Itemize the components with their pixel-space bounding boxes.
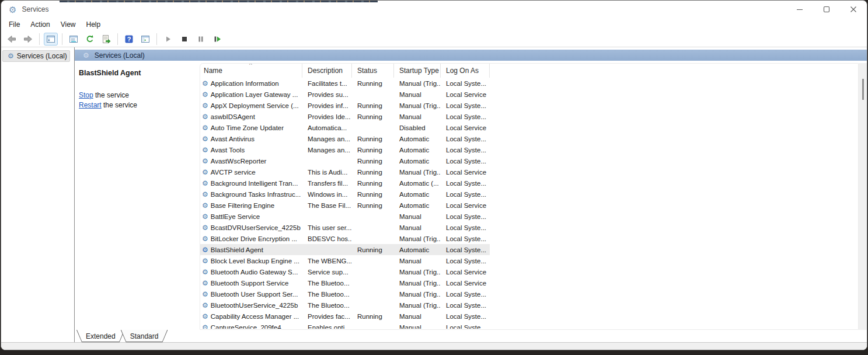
- service-description: The Bluetoo...: [302, 288, 352, 300]
- menu-help[interactable]: Help: [81, 19, 106, 30]
- service-description: [302, 211, 352, 222]
- back-icon[interactable]: [5, 33, 19, 46]
- show-action-pane-icon[interactable]: [138, 33, 152, 46]
- scrollbar-thumb[interactable]: [862, 79, 864, 100]
- service-log-on-as: Local Syste...: [441, 288, 490, 300]
- service-row[interactable]: Bluetooth Audio Gateway S... Service sup…: [200, 266, 490, 277]
- service-row[interactable]: Block Level Backup Engine ... The WBENG.…: [200, 255, 490, 266]
- menu-file[interactable]: File: [4, 19, 25, 30]
- service-startup-type: Manual: [394, 255, 441, 266]
- column-header-startup-type[interactable]: Startup Type: [394, 64, 441, 78]
- service-status: [352, 255, 394, 266]
- restart-link[interactable]: Restart: [79, 101, 102, 109]
- vertical-scrollbar[interactable]: [859, 63, 867, 330]
- restart-service-icon[interactable]: [210, 33, 224, 46]
- service-row[interactable]: aswbIDSAgent Provides Ide... Running Man…: [200, 111, 490, 122]
- service-status: Running: [352, 155, 394, 166]
- service-row[interactable]: Application Information Facilitates t...…: [200, 78, 490, 89]
- service-row[interactable]: AvastWscReporter Running Automatic Local…: [200, 155, 490, 166]
- services-local-header: Services (Local): [75, 50, 867, 61]
- properties-icon[interactable]: [67, 33, 81, 46]
- service-row[interactable]: Avast Antivirus Manages an... Running Au…: [200, 133, 490, 144]
- service-startup-type: Manual (Trig...: [394, 300, 441, 311]
- service-row[interactable]: BluetoothUserService_4225b The Bluetoo..…: [200, 300, 490, 311]
- service-gear-icon: [202, 158, 208, 165]
- service-name: Application Information: [211, 80, 279, 87]
- column-header-log-on-as[interactable]: Log On As: [441, 64, 490, 78]
- service-gear-icon: [202, 246, 208, 253]
- service-gear-icon: [202, 147, 208, 154]
- service-row[interactable]: Bluetooth Support Service The Bluetoo...…: [200, 277, 490, 288]
- service-row[interactable]: CaptureService_209fe4 Enables opti... Ma…: [200, 322, 490, 329]
- services-list: ^ Name Description Status Startup Type L…: [200, 63, 859, 330]
- service-row[interactable]: AVCTP service This is Audi... Running Ma…: [200, 166, 490, 178]
- stop-service-icon[interactable]: [177, 33, 191, 46]
- service-row[interactable]: Application Layer Gateway ... Provides s…: [200, 89, 490, 100]
- service-row[interactable]: Bluetooth User Support Ser... The Blueto…: [200, 288, 490, 300]
- service-row[interactable]: BitLocker Drive Encryption ... BDESVC ho…: [200, 233, 490, 244]
- service-row[interactable]: Avast Tools Manages an... Running Automa…: [200, 144, 490, 155]
- service-name: BluetoothUserService_4225b: [211, 302, 298, 309]
- close-button[interactable]: [840, 1, 867, 18]
- stop-suffix: the service: [93, 91, 129, 99]
- service-log-on-as: Local Syste...: [441, 233, 490, 244]
- service-gear-icon: [202, 257, 208, 264]
- service-description: The Bluetoo...: [302, 277, 352, 288]
- service-log-on-as: Local Syste...: [441, 155, 490, 166]
- service-startup-type: Manual (Trig...: [394, 78, 441, 89]
- service-row[interactable]: BcastDVRUserService_4225b This user ser.…: [200, 222, 490, 233]
- service-log-on-as: Local Service: [441, 277, 490, 288]
- service-gear-icon: [202, 124, 208, 131]
- service-row[interactable]: AppX Deployment Service (... Provides in…: [200, 100, 490, 111]
- start-service-icon[interactable]: [161, 33, 175, 46]
- service-name: Bluetooth Audio Gateway S...: [211, 269, 298, 276]
- menu-view[interactable]: View: [55, 19, 81, 30]
- forward-icon[interactable]: [21, 33, 35, 46]
- service-description: [302, 155, 352, 166]
- pause-service-icon[interactable]: [194, 33, 208, 46]
- service-description: Facilitates t...: [302, 78, 352, 89]
- column-header-description[interactable]: Description: [302, 64, 352, 78]
- minimize-button[interactable]: [786, 1, 813, 18]
- service-status: Running: [352, 144, 394, 155]
- service-startup-type: Disabled: [394, 122, 441, 133]
- service-row[interactable]: BlastShield Agent Running Automatic Loca…: [200, 244, 490, 255]
- service-name: Capability Access Manager ...: [211, 313, 299, 320]
- export-list-icon[interactable]: [99, 33, 113, 46]
- sidebar-item-services-local[interactable]: Services (Local): [2, 50, 70, 62]
- service-log-on-as: Local Syste...: [441, 244, 490, 255]
- service-log-on-as: Local Syste...: [441, 311, 490, 322]
- service-startup-type: Manual: [394, 311, 441, 322]
- service-row[interactable]: Base Filtering Engine The Base Fil... Ru…: [200, 200, 490, 211]
- service-row[interactable]: Auto Time Zone Updater Automatica... Dis…: [200, 122, 490, 133]
- service-row[interactable]: Background Intelligent Tran... Transfers…: [200, 178, 490, 189]
- service-row[interactable]: Background Tasks Infrastruc... Windows i…: [200, 189, 490, 200]
- show-console-tree-icon[interactable]: [44, 33, 58, 46]
- service-log-on-as: Local Service: [441, 122, 490, 133]
- tab-extended[interactable]: Extended: [76, 330, 125, 342]
- service-name: CaptureService_209fe4: [211, 324, 281, 329]
- service-status: Running: [352, 178, 394, 189]
- menu-action[interactable]: Action: [25, 19, 55, 30]
- column-header-name[interactable]: ^ Name: [200, 64, 302, 78]
- service-gear-icon: [202, 169, 208, 176]
- service-status: [352, 211, 394, 222]
- service-description: This user ser...: [302, 222, 352, 233]
- column-header-status[interactable]: Status: [352, 64, 394, 78]
- service-description: Manages an...: [302, 144, 352, 155]
- service-description: Provides inf...: [302, 100, 352, 111]
- service-row[interactable]: Capability Access Manager ... Provides f…: [200, 311, 490, 322]
- maximize-button[interactable]: [813, 1, 840, 18]
- restart-suffix: the service: [102, 101, 137, 109]
- tab-standard[interactable]: Standard: [121, 330, 168, 342]
- stop-link[interactable]: Stop: [79, 91, 93, 99]
- services-gear-icon: [8, 53, 14, 60]
- service-row[interactable]: BattlEye Service Manual Local Syste...: [200, 211, 490, 222]
- help-icon[interactable]: ?: [122, 33, 136, 46]
- refresh-icon[interactable]: [83, 33, 97, 46]
- service-log-on-as: Local Syste...: [441, 300, 490, 311]
- service-gear-icon: [202, 80, 208, 87]
- service-status: [352, 300, 394, 311]
- service-startup-type: Automatic: [394, 244, 441, 255]
- selected-service-title: BlastShield Agent: [79, 69, 195, 77]
